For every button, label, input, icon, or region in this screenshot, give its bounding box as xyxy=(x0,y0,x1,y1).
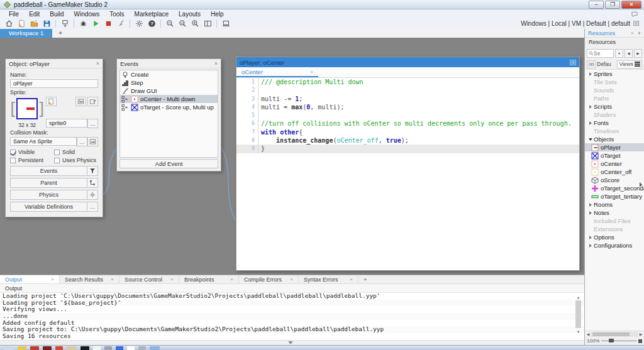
scroll-right-icon[interactable]: ▶ xyxy=(638,332,644,336)
close-icon[interactable]: × xyxy=(230,276,233,282)
workspace-tab[interactable]: Workspace 1 xyxy=(0,29,52,38)
build-target-text[interactable]: Windows | Local | VM | Default | default xyxy=(521,20,630,27)
add-workspace-button[interactable]: + xyxy=(52,29,69,38)
menu-tools[interactable]: Tools xyxy=(104,10,129,18)
nav-back-button[interactable]: ◀ xyxy=(625,49,633,58)
close-icon[interactable]: × xyxy=(170,276,174,282)
menu-windows[interactable]: Windows xyxy=(69,10,105,18)
new-project-button[interactable] xyxy=(15,19,28,28)
zoom-out-button[interactable] xyxy=(164,19,176,28)
sprite-name-field[interactable]: sprite0 xyxy=(46,119,87,128)
line-number[interactable]: 7 xyxy=(236,128,258,136)
checkbox-solid[interactable]: Solid xyxy=(54,149,98,155)
line-number[interactable]: 3 xyxy=(236,95,258,103)
output-tab-breakpoints[interactable]: Breakpoints× xyxy=(179,275,239,283)
close-icon[interactable]: × xyxy=(111,276,114,282)
checkbox-icon[interactable] xyxy=(10,158,16,163)
scrollbar-thumb[interactable] xyxy=(575,300,581,328)
taskbar-app-icon[interactable] xyxy=(80,346,89,350)
home-button[interactable] xyxy=(3,19,15,28)
tree-item-otarget_tertiary[interactable]: oTarget_tertiary xyxy=(585,192,644,200)
view-sprite-button[interactable] xyxy=(75,97,86,106)
zoom-slider-knob[interactable] xyxy=(609,339,614,342)
search-dropdown-button[interactable]: ▾ xyxy=(615,49,623,58)
code-editor-titlebar[interactable]: oPlayer: oCenter ≡ xyxy=(236,57,579,67)
line-number[interactable]: 5 xyxy=(236,111,258,119)
config-filter-value[interactable]: Defau xyxy=(597,61,616,67)
taskbar-app-icon[interactable] xyxy=(43,346,52,350)
close-icon[interactable]: × xyxy=(350,276,353,282)
checkbox-uses-physics[interactable]: Uses Physics xyxy=(54,157,98,163)
sprite-preview[interactable] xyxy=(16,98,38,119)
taskbar-app-icon[interactable] xyxy=(104,346,112,350)
tree-item-options[interactable]: Options xyxy=(585,233,644,241)
new-sprite-button[interactable] xyxy=(46,97,57,106)
taskbar-app-icon[interactable] xyxy=(18,346,26,350)
physics-section-button[interactable]: Physics xyxy=(10,190,98,200)
open-project-button[interactable] xyxy=(28,19,40,28)
taskbar-app-icon[interactable] xyxy=(93,346,101,350)
taskbar-app-icon[interactable] xyxy=(4,346,14,350)
nav-forward-button[interactable]: ▶ xyxy=(634,49,642,58)
tree-item-rooms[interactable]: Rooms xyxy=(585,200,644,209)
event-row[interactable]: Draw GUI xyxy=(120,87,218,95)
window-titlebar[interactable]: paddleball - GameMaker Studio 2 – ❐ × xyxy=(0,0,644,9)
panel-menu-icon[interactable]: ≡ xyxy=(570,60,576,65)
add-tab-button[interactable]: + xyxy=(638,30,641,36)
taskbar-app-icon[interactable] xyxy=(55,346,63,350)
create-executable-button[interactable] xyxy=(58,19,71,28)
tree-item-oscore[interactable]: oScore xyxy=(585,176,644,184)
add-output-tab-button[interactable]: + xyxy=(358,275,372,283)
event-row[interactable]: oTarget - Score up, Multi up xyxy=(120,103,218,111)
code-editor-area[interactable]: 1/// @description Multi down23multi -= 1… xyxy=(236,78,579,270)
parent-section-button[interactable]: Parent xyxy=(10,178,98,188)
taskbar-app-icon[interactable] xyxy=(150,346,160,350)
settings-button[interactable] xyxy=(133,19,145,28)
tree-item-otarget[interactable]: oTarget xyxy=(585,151,644,160)
collision-mask-field[interactable]: Same As Sprite xyxy=(10,137,77,146)
debug-button[interactable] xyxy=(77,19,89,28)
tree-item-objects[interactable]: Objects xyxy=(585,135,644,143)
menu-build[interactable]: Build xyxy=(45,10,69,18)
expander-icon[interactable] xyxy=(587,121,594,125)
help-button[interactable]: ? xyxy=(145,19,158,28)
output-tab-compile-errors[interactable]: Compile Errors× xyxy=(239,275,299,283)
events-section-button[interactable]: Events xyxy=(10,166,98,176)
events-panel-titlebar[interactable]: Events × xyxy=(117,59,221,68)
checkbox-icon[interactable] xyxy=(54,158,60,163)
expander-icon[interactable] xyxy=(587,244,594,248)
minimize-button[interactable]: – xyxy=(589,1,604,9)
output-log[interactable]: Loading project 'C:\Users\guppy\Document… xyxy=(0,293,584,340)
output-tab-source-control[interactable]: Source Control× xyxy=(119,275,179,283)
taskbar-app-icon[interactable] xyxy=(67,346,77,350)
add-event-button[interactable]: Add Event xyxy=(119,159,218,168)
stop-button[interactable] xyxy=(102,19,114,28)
taskbar-app-icon[interactable] xyxy=(116,346,123,350)
run-button[interactable] xyxy=(89,19,102,28)
checkbox-persistent[interactable]: Persistent xyxy=(10,157,54,163)
taskbar-app-icon[interactable] xyxy=(30,346,39,350)
menu-edit[interactable]: Edit xyxy=(24,10,45,18)
zoom-slider[interactable] xyxy=(601,341,636,341)
edit-sprite-button[interactable] xyxy=(87,97,98,106)
expander-icon[interactable] xyxy=(587,236,594,239)
resources-hscrollbar[interactable]: ◀ ▶ xyxy=(585,331,644,337)
code-tab-ocenter[interactable]: oCenter × xyxy=(236,67,318,77)
menu-help[interactable]: Help xyxy=(206,10,229,18)
event-row[interactable]: Step xyxy=(120,79,218,87)
expander-icon[interactable] xyxy=(587,211,594,215)
line-number[interactable]: 9 xyxy=(236,145,258,153)
scroll-down-icon[interactable]: ▼ xyxy=(575,329,582,334)
checkbox-visible[interactable]: Visible xyxy=(10,149,54,155)
close-button[interactable]: × xyxy=(621,1,641,9)
maximize-button[interactable]: ❐ xyxy=(605,1,620,9)
tree-item-scripts[interactable]: Scripts xyxy=(585,102,644,111)
object-panel-titlebar[interactable]: Object: oPlayer × xyxy=(6,59,103,68)
tree-item-configurations[interactable]: Configurations xyxy=(585,241,644,249)
expander-icon[interactable] xyxy=(587,203,594,207)
save-project-button[interactable] xyxy=(40,19,53,28)
search-input[interactable]: Se xyxy=(587,49,614,58)
output-collapse-bar[interactable] xyxy=(0,340,584,345)
line-number[interactable]: 4 xyxy=(236,103,258,111)
collision-mask-image-button[interactable] xyxy=(87,137,98,146)
